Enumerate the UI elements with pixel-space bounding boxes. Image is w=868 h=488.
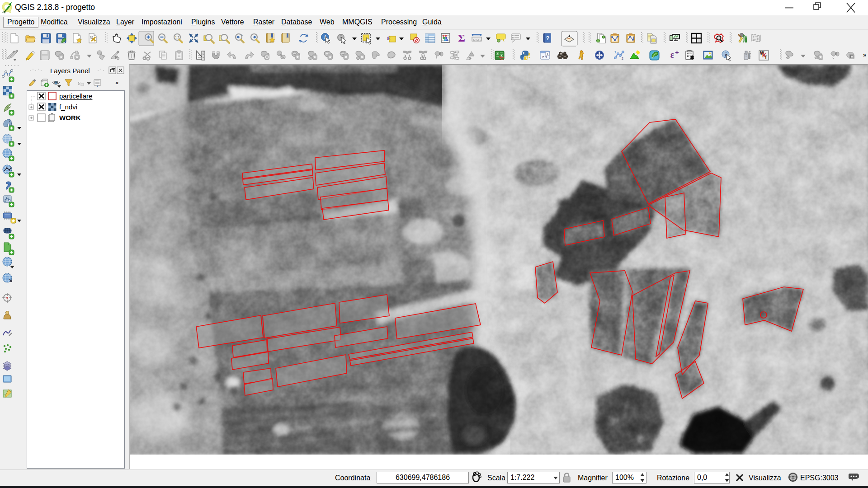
svg-text:1: 1	[547, 52, 549, 56]
svg-text:WORK: WORK	[59, 114, 81, 122]
svg-text:particellare: particellare	[59, 92, 92, 100]
svg-text:ε: ε	[387, 33, 390, 42]
svg-text:»: »	[863, 52, 866, 58]
svg-text:ε: ε	[670, 50, 675, 60]
svg-text:Σ: Σ	[458, 32, 465, 44]
svg-text:f_ndvi: f_ndvi	[59, 103, 77, 111]
svg-text:3: 3	[545, 55, 547, 59]
svg-text:2: 2	[542, 55, 544, 59]
svg-text:?: ?	[546, 35, 550, 42]
svg-text:ε: ε	[78, 79, 80, 86]
svg-text:1: 1	[614, 51, 616, 54]
svg-text:2: 2	[622, 57, 623, 60]
svg-text:T: T	[764, 55, 767, 60]
svg-text:»: »	[115, 79, 118, 86]
svg-text:1:1: 1:1	[175, 36, 179, 39]
